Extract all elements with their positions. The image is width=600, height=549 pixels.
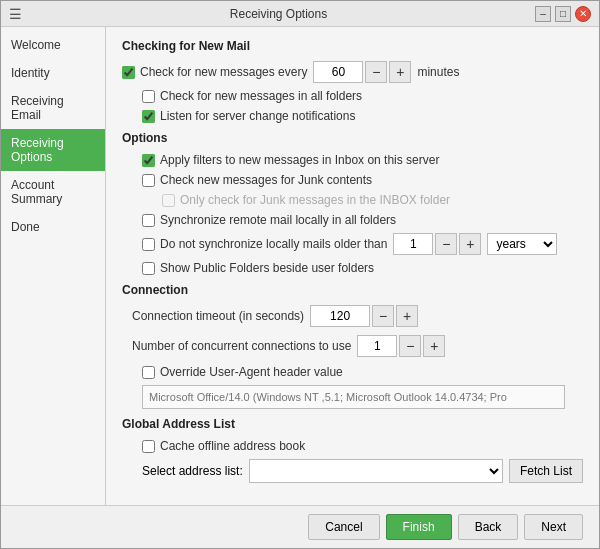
main-content: Welcome Identity Receiving Email Receivi… [1, 27, 599, 505]
window: ☰ Receiving Options – □ ✕ Welcome Identi… [0, 0, 600, 549]
check-all-folders-checkbox[interactable] [142, 90, 155, 103]
check-junk-row: Check new messages for Junk contents [122, 173, 583, 187]
do-not-sync-input[interactable] [393, 233, 433, 255]
back-button[interactable]: Back [458, 514, 519, 540]
check-new-messages-row: Check for new messages every − + minutes [122, 61, 583, 83]
listen-notifications-label[interactable]: Listen for server change notifications [142, 109, 355, 123]
window-controls: – □ ✕ [535, 6, 591, 22]
show-public-folders-row: Show Public Folders beside user folders [122, 261, 583, 275]
sidebar-item-receiving-options[interactable]: Receiving Options [1, 129, 105, 171]
concurrent-decrement[interactable]: − [399, 335, 421, 357]
maximize-button[interactable]: □ [555, 6, 571, 22]
address-list-select[interactable] [249, 459, 503, 483]
global-address-title: Global Address List [122, 417, 583, 431]
concurrent-increment[interactable]: + [423, 335, 445, 357]
override-useragent-label[interactable]: Override User-Agent header value [142, 365, 343, 379]
override-useragent-checkbox[interactable] [142, 366, 155, 379]
only-junk-inbox-label[interactable]: Only check for Junk messages in the INBO… [162, 193, 450, 207]
check-interval-input[interactable] [313, 61, 363, 83]
minimize-button[interactable]: – [535, 6, 551, 22]
select-address-label: Select address list: [142, 464, 243, 478]
timeout-label: Connection timeout (in seconds) [132, 309, 304, 323]
finish-button[interactable]: Finish [386, 514, 452, 540]
concurrent-label: Number of concurrent connections to use [132, 339, 351, 353]
cache-offline-checkbox[interactable] [142, 440, 155, 453]
sidebar: Welcome Identity Receiving Email Receivi… [1, 27, 106, 505]
options-title: Options [122, 131, 583, 145]
hamburger-icon[interactable]: ☰ [9, 6, 22, 22]
sidebar-item-welcome[interactable]: Welcome [1, 31, 105, 59]
window-title: Receiving Options [22, 7, 535, 21]
concurrent-row: Number of concurrent connections to use … [122, 335, 583, 357]
timeout-increment[interactable]: + [396, 305, 418, 327]
do-not-sync-checkbox[interactable] [142, 238, 155, 251]
apply-filters-label[interactable]: Apply filters to new messages in Inbox o… [142, 153, 439, 167]
cache-offline-row: Cache offline address book [122, 439, 583, 453]
titlebar: ☰ Receiving Options – □ ✕ [1, 1, 599, 27]
check-all-folders-row: Check for new messages in all folders [122, 89, 583, 103]
show-public-folders-checkbox[interactable] [142, 262, 155, 275]
sidebar-item-receiving-email[interactable]: Receiving Email [1, 87, 105, 129]
check-new-messages-checkbox[interactable] [122, 66, 135, 79]
panel: Checking for New Mail Check for new mess… [106, 27, 599, 505]
cancel-button[interactable]: Cancel [308, 514, 379, 540]
do-not-sync-decrement[interactable]: − [435, 233, 457, 255]
override-useragent-row: Override User-Agent header value [122, 365, 583, 379]
check-junk-checkbox[interactable] [142, 174, 155, 187]
address-list-row: Select address list: Fetch List [122, 459, 583, 483]
check-interval-unit: minutes [417, 65, 459, 79]
do-not-sync-row: Do not synchronize locally mails older t… [122, 233, 583, 255]
listen-notifications-row: Listen for server change notifications [122, 109, 583, 123]
do-not-sync-increment[interactable]: + [459, 233, 481, 255]
check-all-folders-label[interactable]: Check for new messages in all folders [142, 89, 362, 103]
concurrent-group: − + [357, 335, 445, 357]
only-junk-inbox-row: Only check for Junk messages in the INBO… [122, 193, 583, 207]
timeout-row: Connection timeout (in seconds) − + [122, 305, 583, 327]
concurrent-input[interactable] [357, 335, 397, 357]
check-junk-label[interactable]: Check new messages for Junk contents [142, 173, 372, 187]
do-not-sync-group: − + [393, 233, 481, 255]
useragent-input[interactable] [142, 385, 565, 409]
only-junk-inbox-checkbox[interactable] [162, 194, 175, 207]
checking-title: Checking for New Mail [122, 39, 583, 53]
check-interval-decrement[interactable]: − [365, 61, 387, 83]
do-not-sync-label[interactable]: Do not synchronize locally mails older t… [142, 237, 387, 251]
timeout-input[interactable] [310, 305, 370, 327]
timeout-decrement[interactable]: − [372, 305, 394, 327]
cache-offline-label[interactable]: Cache offline address book [142, 439, 305, 453]
sidebar-item-done[interactable]: Done [1, 213, 105, 241]
connection-title: Connection [122, 283, 583, 297]
timeout-group: − + [310, 305, 418, 327]
show-public-folders-label[interactable]: Show Public Folders beside user folders [142, 261, 374, 275]
close-button[interactable]: ✕ [575, 6, 591, 22]
sync-remote-label[interactable]: Synchronize remote mail locally in all f… [142, 213, 396, 227]
useragent-input-row [122, 385, 583, 409]
fetch-list-button[interactable]: Fetch List [509, 459, 583, 483]
sidebar-item-account-summary[interactable]: Account Summary [1, 171, 105, 213]
check-new-messages-label[interactable]: Check for new messages every [122, 65, 307, 79]
footer: Cancel Finish Back Next [1, 505, 599, 548]
listen-notifications-checkbox[interactable] [142, 110, 155, 123]
do-not-sync-unit-select[interactable]: years months days [487, 233, 557, 255]
sync-remote-checkbox[interactable] [142, 214, 155, 227]
sidebar-item-identity[interactable]: Identity [1, 59, 105, 87]
apply-filters-checkbox[interactable] [142, 154, 155, 167]
check-interval-group: − + [313, 61, 411, 83]
sync-remote-row: Synchronize remote mail locally in all f… [122, 213, 583, 227]
apply-filters-row: Apply filters to new messages in Inbox o… [122, 153, 583, 167]
next-button[interactable]: Next [524, 514, 583, 540]
check-interval-increment[interactable]: + [389, 61, 411, 83]
